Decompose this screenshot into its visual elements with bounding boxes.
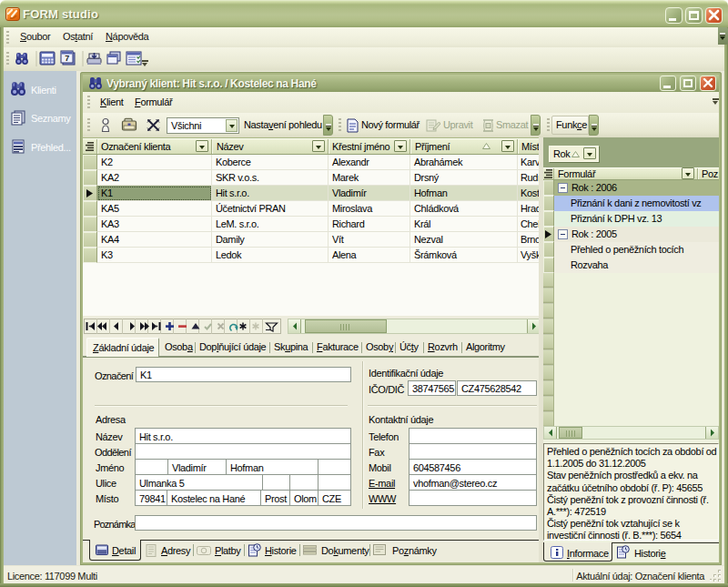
svg-text:7: 7 [65,54,69,63]
